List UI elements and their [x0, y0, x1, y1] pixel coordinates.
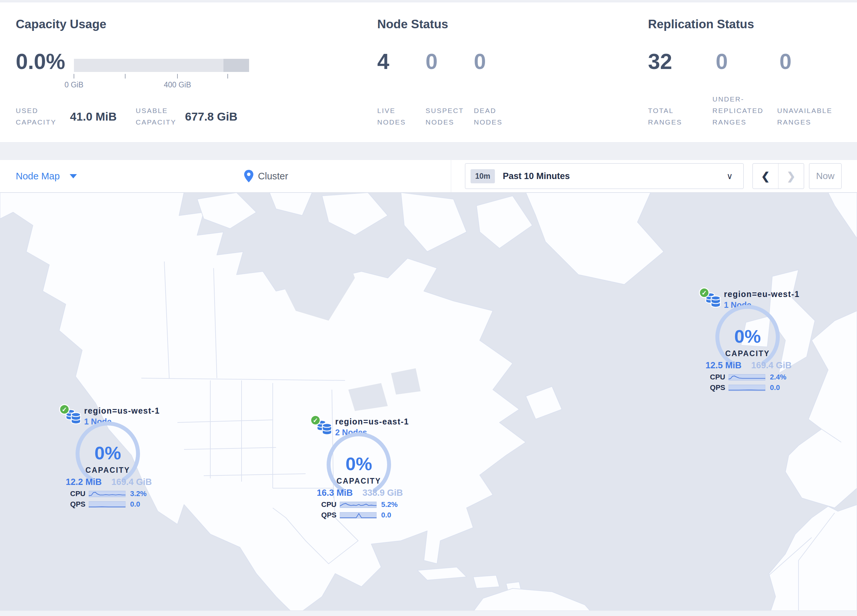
axis-tick-label: 0 GiB [51, 80, 97, 90]
healthy-check-icon: ✓ [59, 404, 70, 415]
time-range-label: Past 10 Minutes [503, 171, 570, 181]
suspect-nodes-count: 0 [425, 49, 438, 74]
cluster-summary-card: Capacity Usage 0.0% 0 GiB 400 GiB USED C… [0, 2, 857, 143]
capacity-label: CAPACITY [73, 466, 142, 475]
qps-value: 0.0 [381, 511, 391, 519]
region-badge-eu-west-1[interactable]: ✓ region=eu-west-1 1 Nod [686, 287, 798, 398]
map-toolbar: Node Map Cluster 10m Past 10 Minutes ∨ ❮… [0, 160, 857, 193]
qps-sparkline [89, 501, 125, 508]
total-capacity: 169.4 GiB [111, 477, 152, 487]
cpu-sparkline [340, 502, 377, 508]
capacity-values: 12.5 MiB 169.4 GiB [705, 360, 792, 371]
usable-capacity-label: USABLE CAPACITY [136, 105, 190, 128]
dead-nodes-label: DEAD NODES [474, 105, 513, 128]
toolbar-divider [451, 160, 451, 192]
node-status-title: Node Status [377, 17, 448, 31]
unavailable-count: 0 [780, 49, 792, 74]
cpu-sparkline [89, 491, 125, 497]
replication-status-title: Replication Status [648, 17, 754, 31]
qps-sparkline [340, 512, 377, 519]
usable-capacity-value: 677.8 GiB [185, 110, 238, 123]
qps-value: 0.0 [770, 383, 780, 392]
next-interval-button[interactable]: ❯ [778, 164, 804, 188]
capacity-percent: 0% [324, 453, 393, 474]
capacity-reserved-segment [223, 59, 249, 72]
total-ranges-label: TOTAL RANGES [648, 105, 692, 128]
time-pager: ❮ ❯ [752, 163, 804, 189]
used-capacity: 16.3 MiB [317, 488, 353, 498]
used-capacity: 12.5 MiB [705, 360, 742, 371]
capacity-usage-bar [74, 59, 249, 72]
qps-label: QPS [707, 383, 725, 392]
cpu-value: 3.2% [130, 489, 147, 498]
breadcrumb-label: Cluster [258, 171, 288, 182]
map-pin-icon [244, 170, 254, 183]
capacity-usage-title: Capacity Usage [16, 17, 107, 31]
total-capacity: 338.9 GiB [362, 488, 403, 498]
axis-tick [125, 74, 125, 79]
cpu-metric-row: CPU 3.2% [67, 489, 147, 498]
time-range-badge: 10m [470, 169, 495, 183]
cpu-value: 5.2% [381, 500, 398, 509]
capacity-label: CAPACITY [713, 349, 782, 358]
capacity-percent: 0.0% [16, 49, 65, 74]
previous-interval-button[interactable]: ❮ [753, 164, 778, 188]
time-range-dropdown[interactable]: 10m Past 10 Minutes ∨ [465, 163, 744, 189]
total-capacity: 169.4 GiB [751, 360, 792, 371]
region-badge-us-east-1[interactable]: ✓ region=us-east-1 2 Nod [297, 414, 409, 526]
total-ranges-count: 32 [648, 49, 672, 74]
used-capacity-label: USED CAPACITY [16, 105, 70, 128]
cpu-value: 2.4% [770, 373, 786, 381]
map-footer-strip [0, 610, 857, 616]
region-name: region=eu-west-1 [724, 289, 800, 299]
view-selector-label: Node Map [16, 171, 60, 182]
qps-metric-row: QPS 0.0 [67, 500, 140, 509]
node-map[interactable]: ✓ region=us-west-1 1 Nod [0, 193, 857, 616]
axis-tick [227, 74, 228, 79]
region-name: region=us-west-1 [84, 406, 160, 415]
axis-tick-label: 400 GiB [155, 80, 200, 90]
chevron-down-icon [70, 174, 77, 178]
under-replicated-label: UNDER-REPLICATED RANGES [712, 93, 775, 128]
cpu-metric-row: CPU 2.4% [707, 373, 786, 381]
capacity-percent: 0% [713, 326, 782, 347]
healthy-check-icon: ✓ [699, 287, 710, 298]
region-badge-us-west-1[interactable]: ✓ region=us-west-1 1 Nod [46, 403, 158, 515]
under-replicated-count: 0 [716, 49, 728, 74]
region-name: region=us-east-1 [335, 417, 409, 426]
spacer-band [0, 143, 857, 160]
qps-metric-row: QPS 0.0 [318, 511, 391, 519]
qps-label: QPS [67, 500, 85, 509]
capacity-values: 16.3 MiB 338.9 GiB [317, 488, 403, 498]
breadcrumb[interactable]: Cluster [244, 160, 288, 192]
live-nodes-count: 4 [377, 49, 390, 74]
now-button[interactable]: Now [809, 163, 842, 189]
axis-tick [74, 74, 74, 79]
cpu-label: CPU [67, 489, 85, 498]
cpu-metric-row: CPU 5.2% [318, 500, 398, 509]
view-selector-dropdown[interactable]: Node Map [16, 160, 77, 192]
qps-sparkline [729, 385, 765, 391]
axis-tick [177, 74, 178, 79]
qps-value: 0.0 [130, 500, 140, 509]
suspect-nodes-label: SUSPECT NODES [425, 105, 473, 128]
capacity-percent: 0% [73, 442, 142, 463]
qps-label: QPS [318, 511, 337, 519]
unavailable-ranges-label: UNAVAILABLE RANGES [777, 105, 846, 128]
qps-metric-row: QPS 0.0 [707, 383, 780, 392]
live-nodes-label: LIVE NODES [377, 105, 417, 128]
healthy-check-icon: ✓ [310, 415, 321, 425]
used-capacity-value: 41.0 MiB [70, 110, 117, 123]
capacity-label: CAPACITY [324, 477, 393, 486]
used-capacity: 12.2 MiB [66, 477, 102, 487]
cluster-overview-page: Capacity Usage 0.0% 0 GiB 400 GiB USED C… [0, 0, 857, 616]
capacity-values: 12.2 MiB 169.4 GiB [66, 477, 152, 487]
cpu-label: CPU [707, 373, 725, 381]
chevron-down-icon: ∨ [727, 171, 733, 181]
dead-nodes-count: 0 [474, 49, 486, 74]
cpu-label: CPU [318, 500, 337, 509]
cpu-sparkline [729, 374, 765, 380]
